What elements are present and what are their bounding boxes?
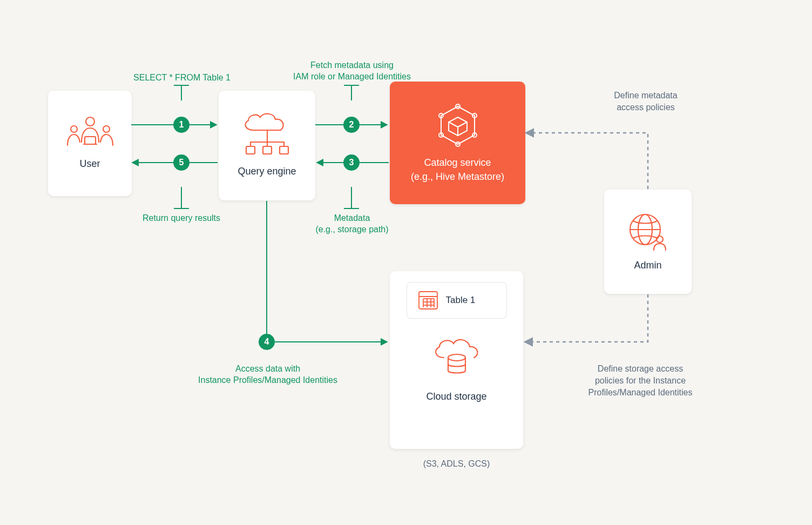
step-1-badge: 1: [173, 117, 190, 133]
step-2-badge: 2: [343, 117, 360, 133]
step-3-badge: 3: [343, 154, 360, 171]
step-4-badge: 4: [259, 334, 275, 350]
step-5-badge: 5: [173, 154, 190, 171]
